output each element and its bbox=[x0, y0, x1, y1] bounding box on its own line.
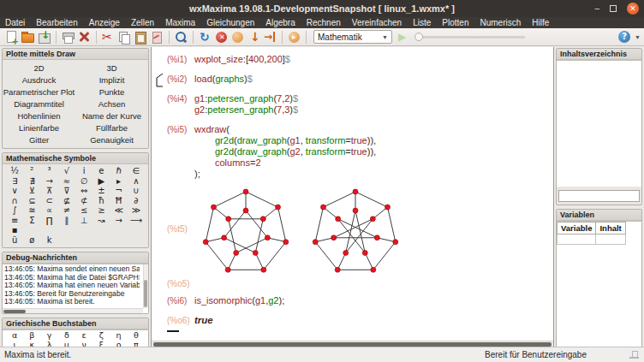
save-icon[interactable] bbox=[37, 30, 51, 45]
math-symbol-button[interactable]: Ħ bbox=[110, 196, 128, 206]
variables-empty-row[interactable] bbox=[558, 234, 626, 245]
minimize-button[interactable]: – bbox=[594, 4, 599, 13]
greek-letter-button[interactable]: λ bbox=[41, 341, 58, 347]
math-symbol-button[interactable]: ⟶ bbox=[128, 216, 145, 226]
new-document-icon[interactable] bbox=[4, 30, 19, 45]
math-symbol-button[interactable]: ∅ bbox=[75, 176, 92, 187]
toc-filter-input[interactable] bbox=[558, 190, 640, 202]
draw-button-2d[interactable]: 2D bbox=[3, 62, 75, 74]
math-symbol-button[interactable]: ∨ bbox=[6, 186, 23, 196]
delete-icon[interactable] bbox=[150, 30, 164, 45]
math-symbol-button[interactable]: k bbox=[41, 235, 58, 246]
greek-letter-button[interactable]: α bbox=[6, 331, 23, 341]
math-symbol-button[interactable]: ≤ bbox=[75, 205, 92, 216]
draw-button-punkte[interactable]: Punkte bbox=[75, 86, 148, 98]
mode-dropdown[interactable]: Mathematik ▼ bbox=[313, 30, 392, 44]
math-symbol-button[interactable]: ⊼ bbox=[41, 186, 58, 196]
code-text[interactable]: wxdraw(gr2d(draw_graph(g1, transform=tru… bbox=[194, 124, 376, 180]
math-symbol-button[interactable]: ⊂ bbox=[41, 196, 58, 206]
math-symbol-button[interactable]: ≫ bbox=[128, 205, 145, 216]
menu-rechnen[interactable]: Rechnen bbox=[307, 17, 341, 28]
menu-bearbeiten[interactable]: Bearbeiten bbox=[36, 17, 77, 28]
math-symbol-button[interactable]: ø bbox=[23, 235, 40, 246]
draw-button-name-der-kurve[interactable]: Name der Kurve bbox=[75, 110, 148, 122]
math-symbol-button[interactable]: ≥ bbox=[92, 205, 110, 216]
greek-letter-button[interactable]: β bbox=[23, 331, 40, 341]
debug-horizontal-scrollbar[interactable] bbox=[3, 308, 143, 313]
math-symbol-button[interactable]: ∃ bbox=[6, 176, 23, 187]
code-text[interactable]: load(graphs)$ bbox=[194, 74, 253, 85]
menu-zellen[interactable]: Zellen bbox=[131, 17, 154, 28]
math-symbol-button[interactable]: ⊥ bbox=[75, 216, 92, 226]
math-symbol-button[interactable]: ħ bbox=[92, 196, 110, 206]
greek-letter-button[interactable]: ο bbox=[110, 341, 128, 347]
math-symbol-button[interactable]: √ bbox=[58, 166, 75, 176]
math-symbol-button[interactable]: ² bbox=[23, 166, 40, 176]
menu-vereinfachen[interactable]: Vereinfachen bbox=[352, 17, 402, 28]
math-symbol-button[interactable]: Σ bbox=[23, 216, 40, 226]
greek-letter-button[interactable]: ν bbox=[75, 341, 92, 347]
math-symbol-button[interactable]: ∂ bbox=[128, 196, 145, 206]
toc-list[interactable] bbox=[557, 60, 641, 187]
draw-button-linienfarbe[interactable]: Linienfarbe bbox=[3, 122, 75, 134]
open-icon[interactable] bbox=[21, 30, 35, 45]
greek-letter-button[interactable]: ε bbox=[75, 331, 92, 341]
help-icon[interactable] bbox=[617, 30, 632, 45]
animation-slider[interactable] bbox=[415, 36, 525, 39]
math-symbol-button[interactable]: ▪ bbox=[6, 225, 23, 235]
math-symbol-button[interactable]: ü bbox=[6, 235, 23, 246]
menu-gleichungen[interactable]: Gleichungen bbox=[206, 17, 254, 28]
math-symbol-button[interactable]: ∪ bbox=[128, 186, 145, 196]
math-symbol-button[interactable]: → bbox=[110, 216, 128, 226]
code-text[interactable]: g1:petersen_graph(7,2)$g2:petersen_graph… bbox=[194, 93, 298, 116]
greek-letter-button[interactable]: π bbox=[128, 341, 145, 347]
play-icon[interactable] bbox=[397, 30, 411, 45]
math-symbol-button[interactable]: ⊈ bbox=[58, 196, 75, 206]
chevron-down-icon[interactable]: ▼ bbox=[635, 34, 641, 40]
variables-table-area[interactable]: Variable Inhalt bbox=[557, 221, 641, 347]
draw-button-höhenlinien[interactable]: Höhenlinien bbox=[3, 110, 75, 122]
math-symbol-button[interactable]: ∄ bbox=[23, 176, 40, 187]
greek-letter-button[interactable]: η bbox=[110, 331, 128, 341]
math-symbol-button[interactable]: i bbox=[75, 166, 92, 176]
greek-letter-button[interactable]: κ bbox=[23, 341, 40, 347]
evaluate-cell-icon[interactable] bbox=[247, 30, 261, 45]
math-symbol-button[interactable]: ▸ bbox=[110, 176, 128, 187]
math-symbol-button[interactable]: ∝ bbox=[41, 205, 58, 216]
draw-button-3d[interactable]: 3D bbox=[75, 62, 148, 74]
math-symbol-button[interactable]: ≡ bbox=[6, 216, 23, 226]
code-cell[interactable]: (%i5)wxdraw(gr2d(draw_graph(g1, transfor… bbox=[158, 124, 553, 180]
menu-liste[interactable]: Liste bbox=[413, 17, 431, 28]
menu-algebra[interactable]: Algebra bbox=[265, 17, 295, 28]
petersen-graph-7-2-plot[interactable] bbox=[194, 188, 297, 277]
configure-icon[interactable] bbox=[77, 30, 92, 45]
code-text[interactable]: wxplot_size:[400,200]$ bbox=[194, 54, 290, 65]
greek-letter-button[interactable]: μ bbox=[58, 341, 75, 347]
math-symbol-button[interactable]: ½ bbox=[6, 166, 23, 176]
cell-bracket[interactable] bbox=[155, 73, 164, 87]
evaluate-rest-icon[interactable] bbox=[287, 30, 301, 45]
restart-maxima-icon[interactable] bbox=[198, 30, 212, 45]
print-icon[interactable] bbox=[61, 30, 75, 45]
follow-cell-icon[interactable] bbox=[230, 30, 245, 45]
math-symbol-button[interactable]: ≪ bbox=[110, 205, 128, 216]
greek-letter-button[interactable]: ζ bbox=[92, 331, 110, 341]
math-symbol-button[interactable]: ℏ bbox=[110, 166, 128, 176]
close-button[interactable]: ✕ bbox=[627, 3, 639, 15]
draw-button-diagrammtitel[interactable]: Diagrammtitel bbox=[3, 98, 75, 110]
draw-button-genauigkeit[interactable]: Genauigkeit bbox=[75, 134, 148, 145]
math-symbol-button[interactable]: ≅ bbox=[23, 205, 40, 216]
math-symbol-button[interactable]: ± bbox=[92, 186, 110, 196]
menu-maxima[interactable]: Maxima bbox=[165, 17, 195, 28]
math-symbol-button[interactable]: ≠ bbox=[58, 205, 75, 216]
draw-button-gitter[interactable]: Gitter bbox=[3, 134, 75, 145]
math-symbol-button[interactable]: ¬ bbox=[110, 186, 128, 196]
draw-button-ausdruck[interactable]: Ausdruck bbox=[3, 74, 75, 86]
paste-icon[interactable] bbox=[134, 30, 148, 45]
menu-hilfe[interactable]: Hilfe bbox=[532, 17, 549, 28]
math-symbol-button[interactable]: ∥ bbox=[58, 216, 75, 226]
slider-knob[interactable] bbox=[414, 33, 423, 41]
copy-icon[interactable] bbox=[117, 30, 132, 45]
math-symbol-button[interactable]: ⊆ bbox=[23, 196, 40, 206]
math-symbol-button[interactable]: ∩ bbox=[6, 196, 23, 206]
